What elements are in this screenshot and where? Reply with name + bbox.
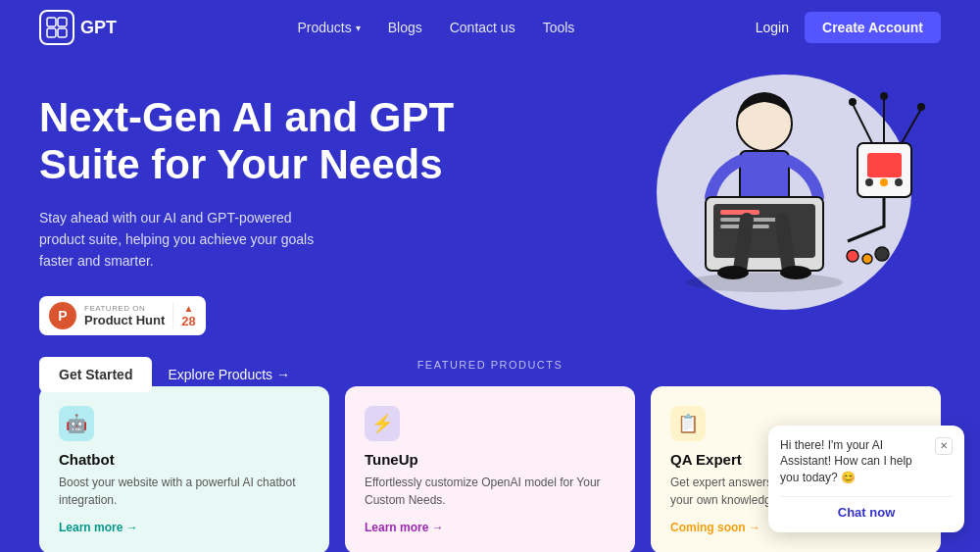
ph-arrow-icon: ▲ [184,303,194,314]
svg-point-25 [875,247,889,261]
hero-subtitle: Stay ahead with our AI and GPT-powered p… [39,207,333,273]
brand-logo[interactable]: GPT [39,10,117,45]
brand-name: GPT [80,18,117,38]
chat-widget: Hi there! I'm your AI Assistant! How can… [768,426,964,532]
chatbot-learn-more[interactable]: Learn more → [59,521,138,534]
tuneup-desc: Effortlessly customize OpenAI model for … [365,474,615,509]
nav-tools[interactable]: Tools [543,20,575,35]
tuneup-icon: ⚡ [365,406,400,441]
svg-point-26 [686,273,843,292]
product-card-chatbot: 🤖 Chatbot Boost your website with a powe… [39,386,329,552]
svg-point-18 [880,178,888,186]
nav-links: Products ▾ Blogs Contact us Tools [297,20,574,35]
svg-point-21 [880,92,888,100]
product-hunt-badge[interactable]: P FEATURED ON Product Hunt ▲ 28 [39,296,206,335]
tuneup-title: TuneUp [365,451,615,468]
qa-icon: 📋 [670,406,706,441]
svg-point-19 [895,178,903,186]
hero-svg [568,45,960,339]
navbar: GPT Products ▾ Blogs Contact us Tools Lo… [0,0,980,55]
chevron-down-icon: ▾ [356,23,361,33]
chat-message: Hi there! I'm your AI Assistant! How can… [780,437,935,486]
svg-rect-0 [47,18,56,26]
chatbot-desc: Boost your website with a powerful AI ch… [59,474,310,509]
nav-actions: Login Create Account [756,12,941,43]
svg-point-17 [865,178,873,186]
product-hunt-logo: P [49,302,76,329]
svg-point-20 [849,98,857,106]
get-started-button[interactable]: Get Started [39,357,152,392]
chatbot-icon: 🤖 [59,406,94,441]
svg-point-22 [917,103,925,111]
chat-now-button[interactable]: Chat now [780,496,953,520]
login-button[interactable]: Login [756,20,789,35]
logo-icon [39,10,74,45]
svg-rect-1 [58,18,67,26]
ph-featured-text: FEATURED ON [84,304,165,313]
hero-section: Next-Gen AI and GPT Suite for Your Needs… [0,55,980,339]
chatbot-title: Chatbot [59,451,310,468]
hero-title: Next-Gen AI and GPT Suite for Your Needs [39,94,470,189]
qa-coming-soon[interactable]: Coming soon → [670,521,760,534]
hero-content: Next-Gen AI and GPT Suite for Your Needs… [39,94,470,392]
hero-buttons: Get Started Explore Products → [39,357,470,392]
ph-count: 28 [181,314,195,328]
explore-products-button[interactable]: Explore Products → [168,367,290,382]
tuneup-learn-more[interactable]: Learn more → [365,521,444,534]
svg-point-24 [862,254,872,264]
chat-close-button[interactable]: ✕ [935,437,953,455]
nav-products[interactable]: Products ▾ [297,20,360,35]
svg-rect-3 [58,28,67,37]
svg-rect-2 [47,28,56,37]
hero-illustration [588,45,960,359]
nav-contact[interactable]: Contact us [450,20,515,35]
svg-rect-10 [720,210,760,215]
create-account-button[interactable]: Create Account [805,12,941,43]
svg-point-23 [847,250,858,262]
chat-header: Hi there! I'm your AI Assistant! How can… [780,437,953,486]
svg-rect-16 [867,153,902,177]
ph-votes: ▲ 28 [172,303,195,328]
nav-blogs[interactable]: Blogs [388,20,422,35]
product-card-tuneup: ⚡ TuneUp Effortlessly customize OpenAI m… [345,386,635,552]
ph-name: Product Hunt [84,313,165,327]
